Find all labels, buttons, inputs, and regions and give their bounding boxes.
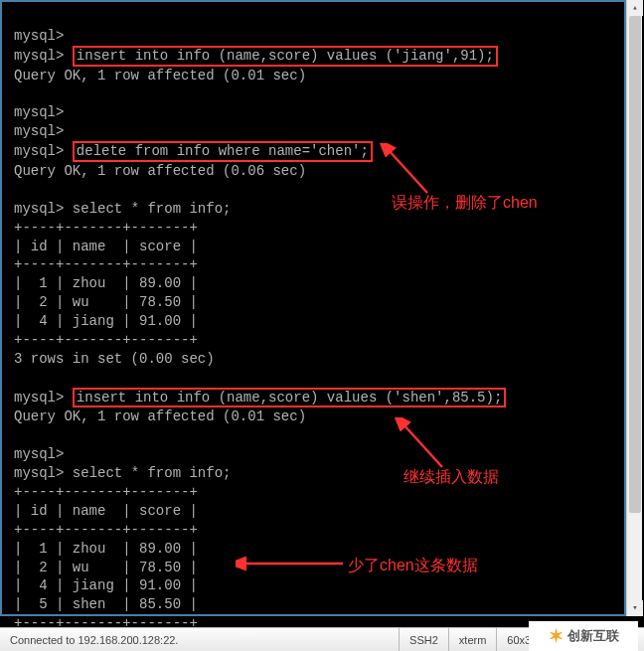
table-header: | id | name | score | — [14, 503, 198, 519]
table-row: | 4 | jiang | 91.00 | — [14, 313, 198, 329]
response-ok: Query OK, 1 row affected (0.01 sec) — [14, 408, 306, 424]
table-sep: +----+-------+-------+ — [14, 522, 198, 538]
status-connected: Connected to 192.168.200.128:22. — [0, 628, 400, 651]
scrollbar[interactable]: ▴ ▾ — [626, 0, 642, 616]
annotation-continue: 继续插入数据 — [403, 467, 499, 488]
prompt: mysql> — [14, 390, 64, 406]
prompt: mysql> — [14, 104, 64, 120]
brand-text: 创新互联 — [567, 627, 619, 645]
prompt: mysql> — [14, 143, 64, 159]
table-row: | 5 | shen | 85.50 | — [14, 596, 198, 612]
branding-watermark: ✶ 创新互联 — [529, 621, 638, 651]
table-row: | 2 | wu | 78.50 | — [14, 294, 198, 310]
table-sep: +----+-------+-------+ — [14, 256, 198, 272]
cmd-insert-shen: insert into info (name,score) values ('s… — [73, 388, 506, 408]
annotation-misop: 误操作，删除了chen — [392, 193, 538, 214]
table-row: | 1 | zhou | 89.00 | — [14, 541, 198, 557]
cmd-delete-chen: delete from info where name='chen'; — [73, 141, 373, 162]
prompt: mysql> — [14, 446, 64, 462]
status-term: xterm — [449, 628, 498, 651]
prompt: mysql> — [14, 48, 64, 64]
scroll-thumb[interactable] — [629, 16, 641, 513]
response-ok: Query OK, 1 row affected (0.06 sec) — [14, 163, 306, 179]
terminal-output[interactable]: mysql> mysql> insert into info (name,sco… — [14, 8, 620, 651]
prompt: mysql> — [14, 123, 64, 139]
table-border: +----+-------+-------+ — [14, 332, 198, 348]
annotation-missing: 少了chen这条数据 — [348, 556, 478, 576]
cmd-insert-jiang: insert into info (name,score) values ('j… — [73, 46, 498, 67]
rows-count: 3 rows in set (0.00 sec) — [14, 351, 215, 367]
response-ok: Query OK, 1 row affected (0.01 sec) — [14, 68, 306, 83]
terminal-window: mysql> mysql> insert into info (name,sco… — [0, 0, 644, 651]
prompt: mysql> — [14, 201, 64, 217]
star-icon: ✶ — [549, 625, 564, 647]
table-border: +----+-------+-------+ — [14, 484, 198, 500]
table-row: | 2 | wu | 78.50 | — [14, 560, 198, 575]
prompt: mysql> — [14, 28, 64, 44]
terminal-border: mysql> mysql> insert into info (name,sco… — [0, 0, 626, 616]
table-row: | 4 | jiang | 91.00 | — [14, 577, 198, 593]
cmd-select-2: select * from info; — [73, 465, 232, 481]
table-header: | id | name | score | — [14, 239, 198, 254]
scroll-down-button[interactable]: ▾ — [627, 600, 643, 616]
table-border: +----+-------+-------+ — [14, 220, 198, 236]
cmd-select-1: select * from info; — [73, 201, 232, 217]
table-row: | 1 | zhou | 89.00 | — [14, 275, 198, 291]
status-protocol: SSH2 — [400, 628, 449, 651]
scroll-up-button[interactable]: ▴ — [627, 0, 643, 16]
prompt: mysql> — [14, 465, 64, 481]
